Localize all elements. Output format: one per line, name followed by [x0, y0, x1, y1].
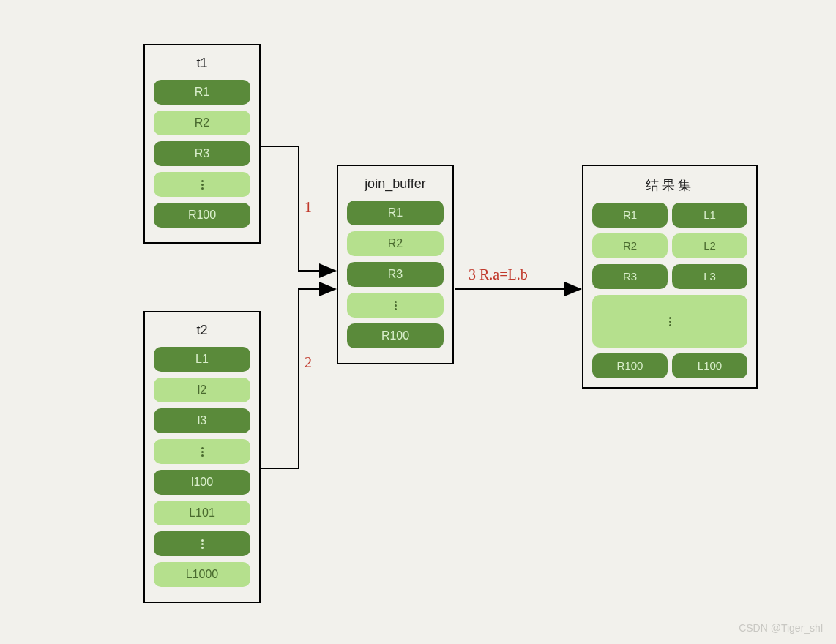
- t1-row: R3: [154, 141, 250, 166]
- table-t2: t2 L1 l2 l3 l100 L101 L1000: [143, 311, 261, 603]
- t2-row: L1: [154, 347, 250, 372]
- jb-row: R100: [347, 323, 444, 348]
- result-pair: R1 L1: [592, 203, 747, 228]
- t1-row: R1: [154, 80, 250, 105]
- edge-label-3: 3 R.a=L.b: [469, 266, 528, 283]
- result-cell: L2: [672, 233, 747, 258]
- result-pair: R3 L3: [592, 264, 747, 289]
- jb-row: R2: [347, 231, 444, 256]
- result-cell: R3: [592, 264, 668, 289]
- result-cell: R1: [592, 203, 668, 228]
- edge-label-2: 2: [305, 354, 312, 371]
- t2-row: L101: [154, 501, 250, 525]
- t2-ellipsis: [154, 439, 250, 464]
- t1-title: t1: [154, 53, 250, 71]
- t1-row: R2: [154, 111, 250, 135]
- join-buffer: join_buffer R1 R2 R3 R100: [337, 165, 454, 364]
- jb-row: R1: [347, 201, 444, 225]
- t2-ellipsis: [154, 531, 250, 556]
- table-t1: t1 R1 R2 R3 R100: [143, 44, 261, 244]
- result-cell: L1: [672, 203, 747, 228]
- t2-title: t2: [154, 320, 250, 338]
- watermark: CSDN @Tiger_shl: [739, 622, 823, 634]
- jb-ellipsis: [347, 293, 444, 318]
- result-set: 结果集 R1 L1 R2 L2 R3 L3 R100 L100: [582, 165, 758, 389]
- result-cell: L3: [672, 264, 747, 289]
- t2-row: L1000: [154, 562, 250, 587]
- t2-row: l3: [154, 408, 250, 433]
- t1-row: R100: [154, 203, 250, 228]
- join-buffer-title: join_buffer: [347, 173, 444, 192]
- result-pair: R2 L2: [592, 233, 747, 258]
- result-cell: L100: [672, 353, 747, 378]
- edge-label-1: 1: [305, 199, 312, 216]
- result-ellipsis: [592, 295, 747, 348]
- result-cell: R2: [592, 233, 668, 258]
- t2-row: l2: [154, 378, 250, 402]
- t1-ellipsis: [154, 172, 250, 197]
- jb-row: R3: [347, 262, 444, 287]
- result-cell: R100: [592, 353, 668, 378]
- result-title: 结果集: [592, 173, 747, 194]
- result-pair: R100 L100: [592, 353, 747, 378]
- t2-row: l100: [154, 470, 250, 495]
